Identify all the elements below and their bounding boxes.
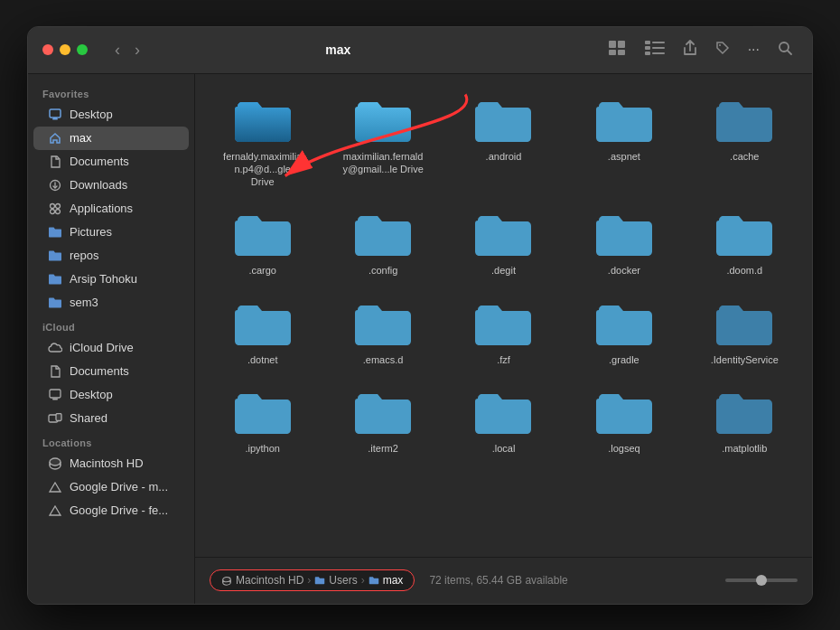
folder-icon-logseq: [595, 388, 653, 437]
sidebar-item-max[interactable]: max: [33, 127, 189, 150]
file-item[interactable]: maximilian.fernaldy@gmail...le Drive: [326, 89, 439, 196]
sidebar-item-desktop[interactable]: Desktop: [33, 103, 189, 127]
folder-icon-fzf: [474, 299, 532, 348]
file-item[interactable]: .dotnet: [206, 292, 319, 373]
sidebar-item-pictures[interactable]: Pictures: [33, 221, 189, 244]
sidebar-item-icloud-docs[interactable]: Documents: [33, 360, 189, 383]
file-item[interactable]: .degit: [447, 202, 560, 284]
file-grid: fernaldy.maximilian.p4@d...gle Drive: [195, 74, 812, 557]
file-item[interactable]: .cargo: [206, 202, 319, 284]
sidebar-item-label: Documents: [70, 155, 129, 168]
sidebar-item-label: Downloads: [70, 178, 127, 192]
file-item[interactable]: .fzf: [447, 292, 560, 373]
file-name: .cargo: [248, 264, 276, 277]
home-icon: [48, 131, 62, 146]
statusbar: Macintosh HD › Users › max 72 items, 65.…: [195, 557, 812, 604]
svg-rect-5: [652, 42, 665, 43]
sidebar-item-gdrive2[interactable]: Google Drive - fe...: [33, 499, 189, 522]
sidebar-item-gdrive1[interactable]: Google Drive - m...: [33, 475, 189, 499]
search-button[interactable]: [772, 37, 798, 62]
zoom-track[interactable]: [725, 578, 798, 582]
sidebar-item-shared[interactable]: Shared: [33, 407, 189, 430]
svg-rect-3: [618, 50, 625, 55]
sidebar-item-label: iCloud Drive: [70, 341, 134, 354]
svg-point-20: [56, 209, 61, 213]
file-item[interactable]: .cache: [688, 89, 801, 196]
file-item[interactable]: .emacs.d: [326, 292, 439, 373]
file-name: .IdentityService: [711, 353, 779, 366]
icloud-label: iCloud: [28, 315, 194, 336]
svg-line-12: [788, 51, 791, 54]
sidebar-item-hdd[interactable]: Macintosh HD: [33, 452, 189, 475]
icon-view-button[interactable]: [603, 37, 632, 62]
sidebar-item-label: repos: [70, 249, 99, 262]
file-item[interactable]: .docker: [567, 202, 680, 284]
sidebar-item-label: max: [70, 131, 92, 145]
zoom-control[interactable]: [725, 578, 798, 582]
svg-rect-2: [609, 50, 616, 55]
file-name: .fzf: [497, 353, 510, 366]
svg-rect-1: [618, 41, 625, 48]
list-view-button[interactable]: [639, 37, 670, 62]
folder-icon-doomd: [715, 210, 773, 259]
sidebar-item-applications[interactable]: Applications: [33, 197, 189, 221]
file-name: .docker: [608, 264, 640, 277]
svg-rect-21: [50, 390, 61, 398]
file-name: .matplotlib: [722, 442, 767, 455]
file-item[interactable]: .doom.d: [688, 202, 801, 284]
minimize-button[interactable]: [60, 44, 70, 55]
folder-icon-degit: [474, 210, 532, 259]
file-item[interactable]: .android: [447, 89, 560, 196]
sidebar-item-downloads[interactable]: Downloads: [33, 174, 189, 197]
file-name: maximilian.fernaldy@gmail...le Drive: [342, 150, 424, 176]
folder-icon-special1: [234, 96, 292, 145]
breadcrumb: Macintosh HD › Users › max: [210, 569, 415, 591]
doc-icon: [48, 155, 62, 169]
file-item[interactable]: .iterm2: [326, 381, 439, 462]
sidebar-item-label: Applications: [70, 202, 133, 215]
svg-rect-4: [645, 41, 650, 44]
file-item[interactable]: .config: [326, 202, 439, 284]
folder-icon-identity: [715, 299, 773, 348]
tag-button[interactable]: [710, 37, 735, 62]
svg-point-17: [51, 203, 55, 208]
folder-icon-cargo: [234, 210, 292, 259]
sidebar-item-icloud-desktop[interactable]: Desktop: [33, 383, 189, 407]
folder-icon-aspnet: [595, 96, 653, 145]
sidebar-item-repos[interactable]: repos: [33, 244, 189, 268]
folder-icon-special2: [354, 96, 412, 145]
file-name: .aspnet: [608, 150, 640, 163]
hdd-icon: [48, 456, 62, 471]
file-item[interactable]: .ipython: [206, 381, 319, 462]
file-name: .doom.d: [726, 264, 762, 277]
sidebar: Favorites Desktop max Documents: [28, 74, 195, 604]
more-button[interactable]: ···: [742, 38, 765, 61]
file-item[interactable]: fernaldy.maximilian.p4@d...gle Drive: [206, 89, 319, 196]
file-item[interactable]: .logseq: [567, 381, 680, 462]
folder-icon-4: [48, 296, 62, 310]
finder-window: ‹ › max: [27, 26, 813, 605]
sidebar-item-label: Arsip Tohoku: [70, 272, 137, 286]
sidebar-item-documents[interactable]: Documents: [33, 150, 189, 174]
file-item[interactable]: .matplotlib: [688, 381, 801, 462]
file-area: fernaldy.maximilian.p4@d...gle Drive: [195, 74, 812, 604]
file-item[interactable]: .aspnet: [567, 89, 680, 196]
zoom-thumb[interactable]: [756, 575, 767, 586]
locations-label: Locations: [28, 430, 194, 452]
toolbar-icons: ···: [603, 36, 798, 63]
sidebar-item-icloud[interactable]: iCloud Drive: [33, 336, 189, 360]
sidebar-item-arsip[interactable]: Arsip Tohoku: [33, 268, 189, 291]
sidebar-item-label: Shared: [70, 411, 107, 425]
close-button[interactable]: [42, 44, 53, 55]
file-item[interactable]: .IdentityService: [688, 292, 801, 373]
svg-rect-6: [645, 46, 650, 50]
file-name: .local: [492, 442, 516, 455]
file-item[interactable]: .local: [447, 381, 560, 462]
file-name: fernaldy.maximilian.p4@d...gle Drive: [222, 150, 303, 189]
cloud-icon: [48, 341, 62, 355]
share-button[interactable]: [677, 36, 703, 63]
sidebar-item-label: Documents: [70, 364, 129, 378]
sidebar-item-sem3[interactable]: sem3: [33, 291, 189, 315]
file-item[interactable]: .gradle: [567, 292, 680, 373]
desktop-icon-2: [48, 388, 62, 402]
